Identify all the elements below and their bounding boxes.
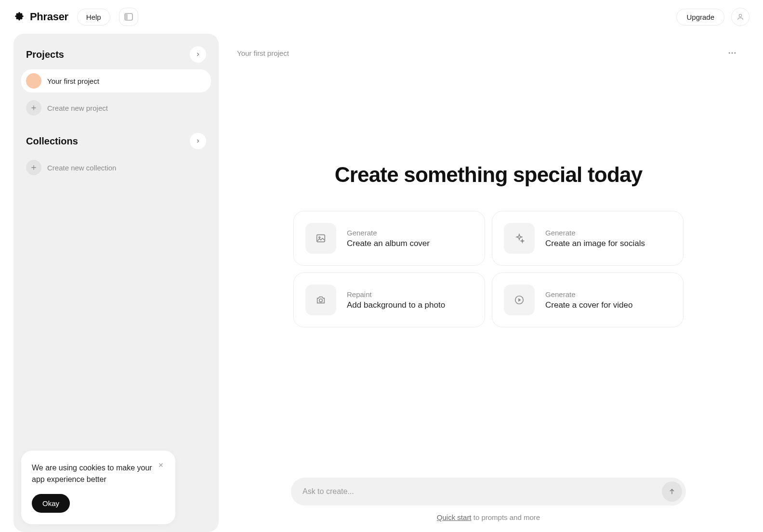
chevron-right-icon xyxy=(195,52,201,57)
upgrade-button[interactable]: Upgrade xyxy=(676,9,724,26)
hero-title: Create something special today xyxy=(335,163,643,187)
quick-start-text: to prompts and more xyxy=(472,513,540,521)
plus-icon xyxy=(26,100,41,116)
cookie-banner: We are using cookies to make your app ex… xyxy=(21,451,175,524)
create-collection-button[interactable]: Create new collection xyxy=(21,156,211,179)
projects-expand-button[interactable] xyxy=(190,46,206,63)
main-panel: Your first project Create something spec… xyxy=(227,34,750,532)
collections-expand-button[interactable] xyxy=(190,133,206,149)
play-circle-icon xyxy=(504,285,535,315)
cookie-okay-button[interactable]: Okay xyxy=(32,494,70,513)
camera-icon xyxy=(305,285,336,315)
projects-section: Projects Your first project Create new p… xyxy=(21,46,211,119)
user-icon xyxy=(737,13,744,21)
cookie-close-button[interactable] xyxy=(155,459,167,471)
card-title: Create an album cover xyxy=(347,239,430,248)
close-icon xyxy=(158,462,164,468)
panel-toggle-button[interactable] xyxy=(119,8,138,26)
user-menu-button[interactable] xyxy=(731,8,750,26)
logo[interactable]: Phraser xyxy=(13,11,68,23)
collections-heading: Collections xyxy=(26,136,78,147)
action-card-video-cover[interactable]: Generate Create a cover for video xyxy=(492,272,684,327)
action-card-album-cover[interactable]: Generate Create an album cover xyxy=(293,211,485,266)
header-right: Upgrade xyxy=(676,8,750,26)
send-button[interactable] xyxy=(662,481,682,502)
project-item-label: Your first project xyxy=(47,77,99,85)
svg-point-2 xyxy=(739,14,741,17)
quick-start-row: Quick start to prompts and more xyxy=(437,513,540,521)
projects-heading-row: Projects xyxy=(21,46,211,69)
cookie-message: We are using cookies to make your app ex… xyxy=(32,462,165,485)
action-card-repaint[interactable]: Repaint Add background to a photo xyxy=(293,272,485,327)
plus-icon xyxy=(26,160,41,175)
card-kicker: Repaint xyxy=(347,290,445,298)
card-kicker: Generate xyxy=(545,290,632,298)
prompt-bar xyxy=(291,478,686,506)
svg-point-8 xyxy=(319,299,322,302)
app-header: Phraser Help Upgrade xyxy=(0,0,763,34)
bottom-area: Quick start to prompts and more xyxy=(227,478,750,532)
card-title: Add background to a photo xyxy=(347,300,445,310)
create-collection-label: Create new collection xyxy=(47,164,116,172)
quick-start-link[interactable]: Quick start xyxy=(437,513,472,521)
header-left: Phraser Help xyxy=(13,8,138,26)
svg-rect-6 xyxy=(317,235,325,242)
projects-heading: Projects xyxy=(26,49,64,60)
prompt-input[interactable] xyxy=(303,487,662,496)
logo-icon xyxy=(13,11,25,23)
card-title: Create a cover for video xyxy=(545,300,632,310)
project-item[interactable]: Your first project xyxy=(21,69,211,92)
svg-point-7 xyxy=(319,237,320,238)
create-project-button[interactable]: Create new project xyxy=(21,96,211,119)
sidebar: Projects Your first project Create new p… xyxy=(13,34,219,532)
collections-section: Collections Create new collection xyxy=(21,133,211,179)
action-card-socials[interactable]: Generate Create an image for socials xyxy=(492,211,684,266)
image-icon xyxy=(305,223,336,254)
svg-rect-1 xyxy=(125,13,128,20)
main-center: Create something special today Generate … xyxy=(227,37,750,454)
create-project-label: Create new project xyxy=(47,104,108,112)
action-card-grid: Generate Create an album cover Generate … xyxy=(293,211,684,327)
card-kicker: Generate xyxy=(347,229,430,237)
card-title: Create an image for socials xyxy=(545,239,645,248)
help-button[interactable]: Help xyxy=(77,9,110,26)
project-swatch-icon xyxy=(26,73,41,89)
logo-text: Phraser xyxy=(30,11,68,23)
collections-heading-row: Collections xyxy=(21,133,211,156)
chevron-right-icon xyxy=(195,138,201,144)
panel-icon xyxy=(124,13,133,21)
sparkle-icon xyxy=(504,223,535,254)
layout: Projects Your first project Create new p… xyxy=(0,34,763,532)
card-kicker: Generate xyxy=(545,229,645,237)
arrow-up-icon xyxy=(668,488,676,495)
